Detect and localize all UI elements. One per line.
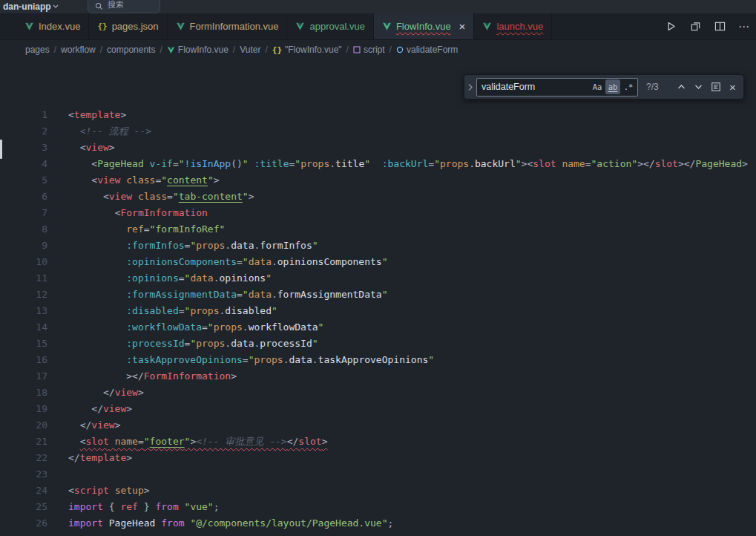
tab-pages-json[interactable]: {}pages.json [89, 13, 167, 39]
code-line-18[interactable]: 18 </view> [0, 385, 756, 401]
toggle-replace-chevron[interactable] [464, 75, 476, 99]
code-line-21[interactable]: 21 <slot name="footer"><!-- 审批意见 --></sl… [0, 434, 756, 450]
split-editor-icon[interactable] [712, 19, 727, 35]
line-number[interactable]: 13 [0, 303, 47, 319]
code-line-23[interactable]: 23 [0, 466, 756, 483]
code-line-1[interactable]: 1<template> [0, 107, 756, 123]
play-icon[interactable] [663, 19, 678, 35]
tab-approval-vue[interactable]: approval.vue [287, 13, 373, 39]
next-match-button[interactable] [691, 79, 706, 95]
breadcrumb-item-workflow[interactable]: workflow [61, 45, 96, 55]
code-line-10[interactable]: 10 :opinionsComponents="data.opinionsCom… [0, 254, 756, 270]
line-number[interactable]: 9 [0, 238, 47, 254]
line-number[interactable]: 5 [0, 172, 47, 189]
code-text: ></FormInformation> [68, 368, 237, 385]
code-line-12[interactable]: 12 :formAssignmentData="data.formAssignm… [0, 287, 756, 303]
code-line-6[interactable]: 6 <view class="tab-content"> [0, 189, 756, 205]
breadcrumb-separator: / [160, 45, 162, 55]
code-line-17[interactable]: 17 ></FormInformation> [0, 368, 756, 385]
line-number[interactable]: 21 [0, 434, 47, 450]
find-in-selection-button[interactable] [708, 79, 723, 95]
breadcrumb: pages/workflow/components/FlowInfo.vue/V… [0, 40, 756, 59]
editor[interactable]: validateForm Aa ab .* ?/3 × 1<template>2… [0, 59, 756, 536]
code-line-13[interactable]: 13 :disabled="props.disabled" [0, 303, 756, 319]
previous-match-button[interactable] [674, 79, 689, 95]
line-number[interactable]: 19 [0, 401, 47, 417]
tab-launch-vue[interactable]: launch.vue [474, 13, 552, 39]
code-line-9[interactable]: 9 :formInfos="props.data.formInfos" [0, 238, 756, 254]
code-line-19[interactable]: 19 </view> [0, 401, 756, 417]
code-line-24[interactable]: 24<script setup> [0, 483, 756, 499]
breadcrumb-item-validateform[interactable]: validateForm [396, 45, 458, 55]
line-number[interactable]: 20 [0, 417, 47, 434]
code-line-4[interactable]: 4 <PageHead v-if="!isInApp()" :title="pr… [0, 156, 756, 172]
breadcrumb-item-script[interactable]: script [353, 45, 385, 55]
code-line-25[interactable]: 25import { ref } from "vue"; [0, 499, 756, 515]
code-line-14[interactable]: 14 :workflowData="props.workflowData" [0, 319, 756, 336]
code-area[interactable]: 1<template>2 <!-- 流程 -->3 <view>4 <PageH… [0, 59, 756, 532]
line-number[interactable]: 25 [0, 499, 47, 515]
close-find-button[interactable]: × [725, 79, 740, 95]
line-number[interactable]: 15 [0, 336, 47, 352]
line-number[interactable]: 4 [0, 156, 47, 172]
breadcrumb-item-flowinfo-vue[interactable]: FlowInfo.vue [167, 45, 229, 55]
code-line-22[interactable]: 22</template> [0, 450, 756, 466]
code-line-3[interactable]: 3 <view> [0, 140, 756, 156]
line-number[interactable]: 3 [0, 140, 47, 156]
breadcrumb-separator: / [346, 45, 349, 55]
line-number[interactable]: 7 [0, 205, 47, 221]
find-widget: validateForm Aa ab .* ?/3 × [464, 74, 744, 99]
breadcrumb-item-pages[interactable]: pages [25, 45, 50, 55]
line-number[interactable]: 23 [0, 466, 47, 483]
tab-index-vue[interactable]: Index.vue [16, 13, 89, 39]
code-line-26[interactable]: 26import PageHead from "@/components/lay… [0, 515, 756, 532]
code-text: <view class="content"> [68, 172, 220, 189]
line-number[interactable]: 17 [0, 368, 47, 385]
line-number[interactable]: 24 [0, 483, 47, 499]
line-number[interactable]: 26 [0, 515, 47, 532]
line-number[interactable]: 12 [0, 287, 47, 303]
find-input[interactable]: validateForm Aa ab .* [476, 78, 638, 97]
code-line-11[interactable]: 11 :opinions="data.opinions" [0, 270, 756, 287]
code-line-8[interactable]: 8 ref="formInfoRef" [0, 221, 756, 238]
line-number[interactable]: 14 [0, 319, 47, 336]
code-text: <template> [68, 107, 126, 123]
search-icon [95, 2, 103, 10]
breadcrumb-item-flowinfo-vue[interactable]: {}"FlowInfo.vue" [272, 45, 342, 55]
line-number[interactable]: 10 [0, 254, 47, 270]
find-query[interactable]: validateForm [481, 82, 589, 92]
code-line-16[interactable]: 16 :taskApproveOpinions="props.data.task… [0, 352, 756, 368]
editor-actions: ⋯ [663, 13, 756, 39]
line-number[interactable]: 11 [0, 270, 47, 287]
braces-icon: {} [272, 45, 282, 55]
more-actions-icon[interactable]: ⋯ [737, 19, 752, 35]
code-line-7[interactable]: 7 <FormInformation [0, 205, 756, 221]
line-number[interactable]: 2 [0, 123, 47, 140]
json-braces-icon: {} [97, 22, 107, 31]
line-number[interactable]: 1 [0, 107, 47, 123]
close-tab-icon[interactable]: × [459, 21, 466, 32]
find-in-selection-icon [711, 82, 721, 92]
line-number[interactable]: 6 [0, 189, 47, 205]
workspace-name[interactable]: dan-uniapp [3, 1, 51, 12]
tab-flowinfo-vue[interactable]: FlowInfo.vue× [374, 13, 474, 39]
match-case-toggle[interactable]: Aa [590, 79, 605, 94]
code-line-15[interactable]: 15 :processId="props.data.processId" [0, 336, 756, 352]
code-text: :opinionsComponents="data.opinionsCompon… [68, 254, 388, 270]
line-number[interactable]: 22 [0, 450, 47, 466]
code-line-20[interactable]: 20 </view> [0, 417, 756, 434]
open-changes-icon[interactable] [688, 19, 703, 35]
code-line-2[interactable]: 2 <!-- 流程 --> [0, 123, 756, 140]
breadcrumb-item-vuter[interactable]: Vuter [240, 45, 260, 55]
breadcrumb-item-components[interactable]: components [107, 45, 155, 55]
code-line-5[interactable]: 5 <view class="content"> [0, 172, 756, 189]
line-number[interactable]: 18 [0, 385, 47, 401]
line-number[interactable]: 16 [0, 352, 47, 368]
line-number[interactable]: 8 [0, 221, 47, 238]
code-text: :taskApproveOpinions="props.data.taskApp… [68, 352, 434, 368]
command-center-search[interactable]: 搜索 [88, 0, 160, 13]
tab-forminformation-vue[interactable]: FormInformation.vue [168, 13, 288, 39]
code-text: :processId="props.data.processId" [68, 336, 318, 352]
regex-toggle[interactable]: .* [621, 79, 636, 94]
whole-word-toggle[interactable]: ab [605, 79, 620, 94]
